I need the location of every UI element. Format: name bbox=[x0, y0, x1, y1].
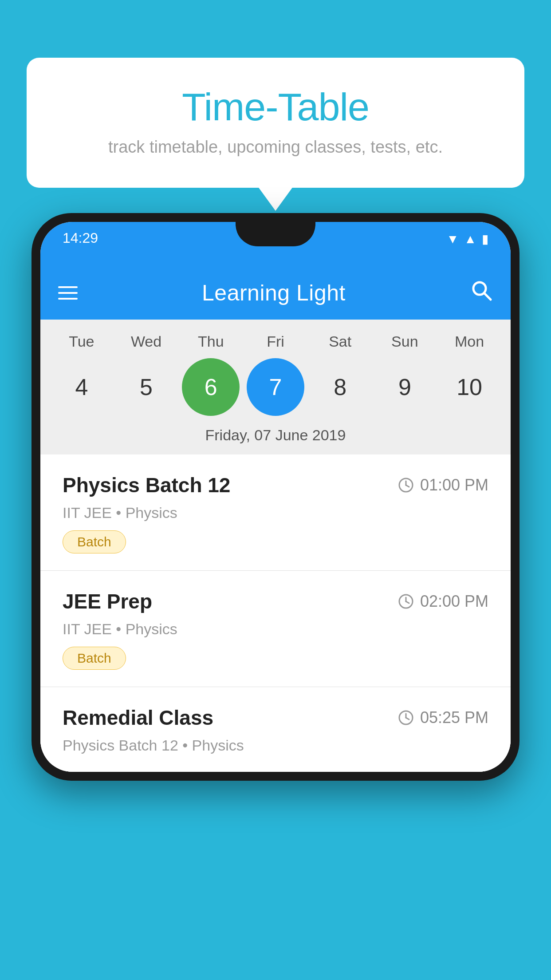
schedule-subtitle: IIT JEE • Physics bbox=[63, 504, 488, 522]
schedule-subtitle: IIT JEE • Physics bbox=[63, 620, 488, 638]
status-icons: ▼ ▲ ▮ bbox=[447, 232, 488, 246]
schedule-title: Physics Batch 12 bbox=[63, 473, 230, 497]
battery-icon: ▮ bbox=[482, 232, 488, 246]
schedule-item-header: Physics Batch 12 01:00 PM bbox=[63, 473, 488, 497]
phone-outer: 14:29 ▼ ▲ ▮ Learning Light bbox=[31, 213, 520, 781]
schedule-item[interactable]: Physics Batch 12 01:00 PM IIT JEE • Phys… bbox=[40, 454, 511, 571]
day-headers: Tue Wed Thu Fri Sat Sun Mon bbox=[40, 333, 511, 355]
svg-line-7 bbox=[406, 601, 409, 603]
schedule-time: 02:00 PM bbox=[398, 592, 488, 611]
day-wed: Wed bbox=[118, 333, 175, 350]
day-fri: Fri bbox=[247, 333, 304, 350]
clock-icon bbox=[398, 593, 414, 609]
date-8[interactable]: 8 bbox=[311, 358, 369, 416]
schedule-list: Physics Batch 12 01:00 PM IIT JEE • Phys… bbox=[40, 454, 511, 772]
schedule-title: Remedial Class bbox=[63, 706, 213, 730]
schedule-title: JEE Prep bbox=[63, 589, 152, 613]
selected-date-label: Friday, 07 June 2019 bbox=[40, 422, 511, 454]
app-header: Learning Light bbox=[40, 266, 511, 320]
batch-badge: Batch bbox=[63, 530, 126, 553]
batch-badge: Batch bbox=[63, 647, 126, 670]
speech-bubble: Time-Table track timetable, upcoming cla… bbox=[27, 58, 524, 188]
notch bbox=[236, 222, 315, 246]
schedule-item[interactable]: JEE Prep 02:00 PM IIT JEE • Physics Batc… bbox=[40, 571, 511, 687]
date-row: 4 5 6 7 8 9 10 bbox=[40, 355, 511, 422]
schedule-item[interactable]: Remedial Class 05:25 PM Physics Batch 12… bbox=[40, 687, 511, 772]
clock-icon bbox=[398, 710, 414, 726]
status-time: 14:29 bbox=[63, 230, 98, 246]
bubble-title: Time-Table bbox=[62, 84, 489, 130]
phone-mockup: 14:29 ▼ ▲ ▮ Learning Light bbox=[31, 213, 520, 781]
wifi-icon: ▼ bbox=[447, 232, 459, 246]
svg-line-1 bbox=[484, 293, 491, 300]
schedule-time: 01:00 PM bbox=[398, 476, 488, 494]
hamburger-button[interactable] bbox=[58, 286, 78, 300]
day-sun: Sun bbox=[376, 333, 433, 350]
status-bar: 14:29 ▼ ▲ ▮ bbox=[40, 222, 511, 266]
schedule-item-header: Remedial Class 05:25 PM bbox=[63, 706, 488, 730]
date-4[interactable]: 4 bbox=[53, 358, 110, 416]
date-10[interactable]: 10 bbox=[441, 358, 498, 416]
day-tue: Tue bbox=[53, 333, 110, 350]
date-9[interactable]: 9 bbox=[376, 358, 433, 416]
schedule-item-header: JEE Prep 02:00 PM bbox=[63, 589, 488, 613]
phone-screen: 14:29 ▼ ▲ ▮ Learning Light bbox=[40, 222, 511, 772]
signal-icon: ▲ bbox=[464, 232, 476, 246]
date-7-selected[interactable]: 7 bbox=[247, 358, 304, 416]
schedule-subtitle: Physics Batch 12 • Physics bbox=[63, 737, 488, 754]
bubble-subtitle: track timetable, upcoming classes, tests… bbox=[62, 138, 489, 157]
calendar-section: Tue Wed Thu Fri Sat Sun Mon 4 5 6 7 8 9 … bbox=[40, 320, 511, 454]
app-title: Learning Light bbox=[202, 280, 346, 306]
day-mon: Mon bbox=[441, 333, 498, 350]
clock-icon bbox=[398, 477, 414, 493]
date-6-today[interactable]: 6 bbox=[182, 358, 240, 416]
speech-bubble-area: Time-Table track timetable, upcoming cla… bbox=[27, 58, 524, 188]
day-thu: Thu bbox=[182, 333, 240, 350]
date-5[interactable]: 5 bbox=[118, 358, 175, 416]
schedule-time: 05:25 PM bbox=[398, 708, 488, 727]
svg-line-4 bbox=[406, 485, 409, 487]
search-button[interactable] bbox=[470, 279, 493, 307]
day-sat: Sat bbox=[311, 333, 369, 350]
svg-line-10 bbox=[406, 718, 409, 719]
